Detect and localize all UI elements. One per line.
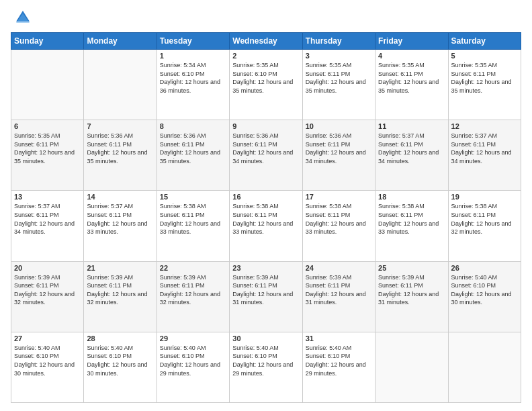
- calendar-cell: [375, 332, 448, 402]
- day-number: 28: [87, 334, 153, 342]
- calendar-cell: 2Sunrise: 5:35 AMSunset: 6:10 PMDaylight…: [230, 50, 302, 120]
- day-info: Sunrise: 5:38 AMSunset: 6:11 PMDaylight:…: [160, 202, 226, 236]
- calendar-cell: 25Sunrise: 5:39 AMSunset: 6:11 PMDayligh…: [375, 261, 448, 332]
- header: [11, 8, 521, 27]
- day-number: 14: [87, 193, 153, 201]
- calendar-cell: 9Sunrise: 5:36 AMSunset: 6:11 PMDaylight…: [230, 120, 302, 191]
- day-number: 6: [14, 122, 81, 130]
- day-info: Sunrise: 5:38 AMSunset: 6:11 PMDaylight:…: [451, 202, 518, 236]
- weekday-header-tuesday: Tuesday: [157, 33, 229, 50]
- day-info: Sunrise: 5:40 AMSunset: 6:10 PMDaylight:…: [14, 344, 81, 377]
- day-info: Sunrise: 5:40 AMSunset: 6:10 PMDaylight:…: [160, 344, 226, 377]
- calendar-cell: 19Sunrise: 5:38 AMSunset: 6:11 PMDayligh…: [448, 191, 521, 261]
- day-number: 15: [160, 193, 226, 201]
- day-info: Sunrise: 5:36 AMSunset: 6:11 PMDaylight:…: [306, 132, 372, 165]
- day-info: Sunrise: 5:35 AMSunset: 6:11 PMDaylight:…: [14, 132, 81, 165]
- calendar-cell: 3Sunrise: 5:35 AMSunset: 6:11 PMDaylight…: [302, 50, 375, 120]
- day-number: 12: [451, 122, 518, 130]
- weekday-header-monday: Monday: [84, 33, 157, 50]
- calendar-cell: 20Sunrise: 5:39 AMSunset: 6:11 PMDayligh…: [11, 261, 84, 332]
- calendar-cell: 22Sunrise: 5:39 AMSunset: 6:11 PMDayligh…: [157, 261, 229, 332]
- calendar-cell: [448, 332, 521, 402]
- calendar-cell: 5Sunrise: 5:35 AMSunset: 6:11 PMDaylight…: [448, 50, 521, 120]
- day-info: Sunrise: 5:37 AMSunset: 6:11 PMDaylight:…: [87, 202, 153, 236]
- calendar-cell: 7Sunrise: 5:36 AMSunset: 6:11 PMDaylight…: [84, 120, 157, 191]
- day-number: 11: [378, 122, 445, 130]
- day-info: Sunrise: 5:38 AMSunset: 6:11 PMDaylight:…: [306, 202, 372, 236]
- day-info: Sunrise: 5:39 AMSunset: 6:11 PMDaylight:…: [14, 273, 81, 307]
- day-number: 23: [232, 264, 299, 272]
- day-info: Sunrise: 5:36 AMSunset: 6:11 PMDaylight:…: [87, 132, 153, 165]
- day-number: 3: [306, 52, 372, 60]
- calendar-cell: 21Sunrise: 5:39 AMSunset: 6:11 PMDayligh…: [84, 261, 157, 332]
- calendar-cell: 27Sunrise: 5:40 AMSunset: 6:10 PMDayligh…: [11, 332, 84, 402]
- calendar-week-row: 27Sunrise: 5:40 AMSunset: 6:10 PMDayligh…: [11, 332, 521, 402]
- calendar-cell: 11Sunrise: 5:37 AMSunset: 6:11 PMDayligh…: [375, 120, 448, 191]
- calendar-cell: 28Sunrise: 5:40 AMSunset: 6:10 PMDayligh…: [84, 332, 157, 402]
- calendar-cell: [84, 50, 157, 120]
- day-number: 21: [87, 264, 153, 272]
- day-info: Sunrise: 5:37 AMSunset: 6:11 PMDaylight:…: [14, 202, 81, 236]
- day-info: Sunrise: 5:34 AMSunset: 6:10 PMDaylight:…: [160, 61, 226, 95]
- weekday-header-row: SundayMondayTuesdayWednesdayThursdayFrid…: [11, 33, 521, 50]
- day-number: 20: [14, 264, 81, 272]
- calendar-cell: 31Sunrise: 5:40 AMSunset: 6:10 PMDayligh…: [302, 332, 375, 402]
- page: SundayMondayTuesdayWednesdayThursdayFrid…: [0, 0, 532, 411]
- calendar-cell: 8Sunrise: 5:36 AMSunset: 6:11 PMDaylight…: [157, 120, 229, 191]
- day-number: 16: [232, 193, 299, 201]
- calendar-table: SundayMondayTuesdayWednesdayThursdayFrid…: [11, 32, 521, 403]
- calendar-cell: [11, 50, 84, 120]
- day-number: 2: [232, 52, 299, 60]
- day-number: 5: [451, 52, 518, 60]
- day-number: 7: [87, 122, 153, 130]
- calendar-week-row: 13Sunrise: 5:37 AMSunset: 6:11 PMDayligh…: [11, 191, 521, 261]
- weekday-header-sunday: Sunday: [11, 33, 84, 50]
- day-info: Sunrise: 5:40 AMSunset: 6:10 PMDaylight:…: [87, 344, 153, 377]
- day-info: Sunrise: 5:40 AMSunset: 6:10 PMDaylight:…: [451, 273, 518, 307]
- calendar-cell: 6Sunrise: 5:35 AMSunset: 6:11 PMDaylight…: [11, 120, 84, 191]
- calendar-week-row: 20Sunrise: 5:39 AMSunset: 6:11 PMDayligh…: [11, 261, 521, 332]
- calendar-cell: 18Sunrise: 5:38 AMSunset: 6:11 PMDayligh…: [375, 191, 448, 261]
- svg-marker-1: [16, 13, 30, 23]
- day-number: 26: [451, 264, 518, 272]
- day-number: 31: [306, 334, 372, 342]
- calendar-cell: 1Sunrise: 5:34 AMSunset: 6:10 PMDaylight…: [157, 50, 229, 120]
- day-number: 19: [451, 193, 518, 201]
- calendar-week-row: 1Sunrise: 5:34 AMSunset: 6:10 PMDaylight…: [11, 50, 521, 120]
- day-number: 18: [378, 193, 445, 201]
- calendar-cell: 24Sunrise: 5:39 AMSunset: 6:11 PMDayligh…: [302, 261, 375, 332]
- day-info: Sunrise: 5:36 AMSunset: 6:11 PMDaylight:…: [232, 132, 299, 165]
- day-number: 29: [160, 334, 226, 342]
- logo-icon: [13, 8, 32, 27]
- day-number: 24: [306, 264, 372, 272]
- day-info: Sunrise: 5:35 AMSunset: 6:11 PMDaylight:…: [306, 61, 372, 95]
- day-info: Sunrise: 5:35 AMSunset: 6:11 PMDaylight:…: [451, 61, 518, 95]
- weekday-header-wednesday: Wednesday: [230, 33, 302, 50]
- day-info: Sunrise: 5:39 AMSunset: 6:11 PMDaylight:…: [306, 273, 372, 307]
- day-number: 27: [14, 334, 81, 342]
- weekday-header-saturday: Saturday: [448, 33, 521, 50]
- calendar-cell: 16Sunrise: 5:38 AMSunset: 6:11 PMDayligh…: [230, 191, 302, 261]
- day-info: Sunrise: 5:37 AMSunset: 6:11 PMDaylight:…: [451, 132, 518, 165]
- day-info: Sunrise: 5:39 AMSunset: 6:11 PMDaylight:…: [160, 273, 226, 307]
- day-number: 25: [378, 264, 445, 272]
- day-info: Sunrise: 5:40 AMSunset: 6:10 PMDaylight:…: [232, 344, 299, 377]
- day-info: Sunrise: 5:35 AMSunset: 6:10 PMDaylight:…: [232, 61, 299, 95]
- day-number: 4: [378, 52, 445, 60]
- day-info: Sunrise: 5:39 AMSunset: 6:11 PMDaylight:…: [378, 273, 445, 307]
- day-number: 8: [160, 122, 226, 130]
- calendar-cell: 13Sunrise: 5:37 AMSunset: 6:11 PMDayligh…: [11, 191, 84, 261]
- logo: [11, 8, 32, 27]
- calendar-cell: 23Sunrise: 5:39 AMSunset: 6:11 PMDayligh…: [230, 261, 302, 332]
- calendar-cell: 12Sunrise: 5:37 AMSunset: 6:11 PMDayligh…: [448, 120, 521, 191]
- day-info: Sunrise: 5:38 AMSunset: 6:11 PMDaylight:…: [232, 202, 299, 236]
- day-number: 10: [306, 122, 372, 130]
- day-info: Sunrise: 5:36 AMSunset: 6:11 PMDaylight:…: [160, 132, 226, 165]
- calendar-cell: 17Sunrise: 5:38 AMSunset: 6:11 PMDayligh…: [302, 191, 375, 261]
- day-info: Sunrise: 5:40 AMSunset: 6:10 PMDaylight:…: [306, 344, 372, 377]
- calendar-cell: 30Sunrise: 5:40 AMSunset: 6:10 PMDayligh…: [230, 332, 302, 402]
- calendar-cell: 15Sunrise: 5:38 AMSunset: 6:11 PMDayligh…: [157, 191, 229, 261]
- weekday-header-friday: Friday: [375, 33, 448, 50]
- day-number: 13: [14, 193, 81, 201]
- calendar-cell: 10Sunrise: 5:36 AMSunset: 6:11 PMDayligh…: [302, 120, 375, 191]
